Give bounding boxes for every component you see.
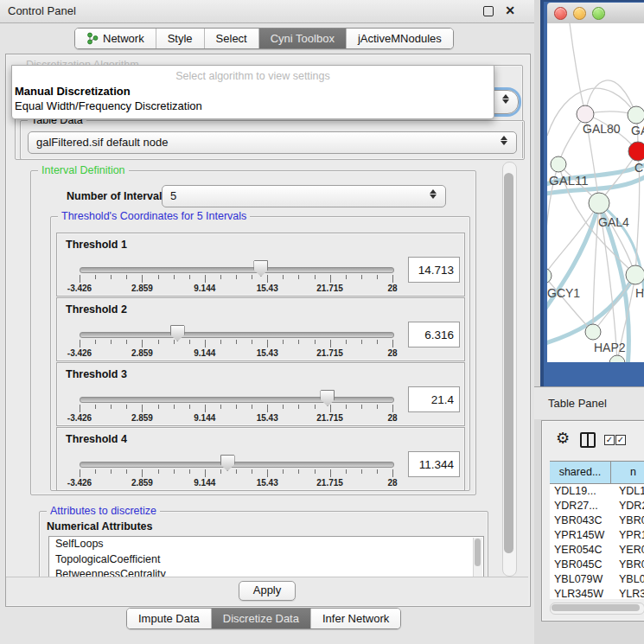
tab-jactivemnodules[interactable]: jActiveMNodules <box>346 29 453 48</box>
table-horizontal-scrollbar[interactable] <box>550 603 644 615</box>
slider-track[interactable] <box>80 332 394 338</box>
slider-scale-label: 28 <box>387 348 397 358</box>
cell-shared-name[interactable]: YDL19... <box>550 484 611 499</box>
node-attribute-table[interactable]: shared... n YDL19...YDL1YDR27...YDR2YBR0… <box>550 461 644 599</box>
split-column-icon[interactable] <box>580 432 596 448</box>
table-row[interactable]: YBR043CYBR0 <box>550 513 644 528</box>
attribute-item[interactable]: TopologicalCoefficient <box>49 552 483 568</box>
slider-scale-label: 9.144 <box>194 348 215 358</box>
cell-shared-name[interactable]: YER054C <box>550 543 611 558</box>
mac-zoom-button[interactable] <box>592 7 605 20</box>
apply-button[interactable]: Apply <box>239 581 296 601</box>
cell-name[interactable]: YPR1 <box>611 528 644 543</box>
network-node-gcy1[interactable] <box>547 268 552 284</box>
slider-track[interactable] <box>80 397 394 403</box>
numerical-attributes-list[interactable]: SelfLoopsTopologicalCoefficientBetweenne… <box>48 536 484 581</box>
cell-name[interactable]: YDR2 <box>611 499 644 513</box>
attribute-item[interactable]: SelfLoops <box>49 537 483 552</box>
mac-close-button[interactable] <box>554 7 567 20</box>
cell-shared-name[interactable]: YBR043C <box>550 513 611 528</box>
network-node-h[interactable] <box>626 265 644 284</box>
table-panel-titlebar: Table Panel <box>534 386 644 419</box>
tab-network[interactable]: Network <box>75 29 156 48</box>
combo-arrows-icon <box>499 136 509 145</box>
checkbox-icon[interactable]: ✓ <box>604 435 615 445</box>
cell-name[interactable]: YLR3 <box>611 587 644 599</box>
threshold-value-field[interactable] <box>408 451 460 477</box>
slider-tick <box>392 340 393 348</box>
column-header-shared[interactable]: shared... <box>550 462 611 483</box>
threshold-value-field[interactable] <box>408 386 460 412</box>
slider-thumb[interactable] <box>253 260 268 277</box>
cell-shared-name[interactable]: YBL079W <box>550 572 611 587</box>
threshold-value-field[interactable] <box>408 257 460 283</box>
cell-shared-name[interactable]: YBR045C <box>550 558 611 572</box>
slider-scale-label: 21.715 <box>316 348 343 358</box>
cell-name[interactable]: YBL0 <box>611 572 644 587</box>
content-vertical-scrollbar[interactable] <box>502 162 517 577</box>
cell-name[interactable]: YBR0 <box>611 513 644 528</box>
slider-tick <box>361 405 362 409</box>
table-row[interactable]: YPR145WYPR1 <box>550 528 644 543</box>
slider-track[interactable] <box>80 267 394 273</box>
slider-tick <box>142 405 143 412</box>
cell-shared-name[interactable]: YPR145W <box>550 528 611 543</box>
network-window-titlebar[interactable] <box>547 3 644 24</box>
table-row[interactable]: YDL19...YDL1 <box>550 484 644 499</box>
tab-style[interactable]: Style <box>156 29 204 48</box>
network-node-ga[interactable] <box>628 106 644 124</box>
network-node-c[interactable] <box>628 142 644 161</box>
threshold-value-field[interactable] <box>408 322 460 348</box>
dropdown-option-equal-width-frequency-discretization[interactable]: Equal Width/Frequency Discretization <box>15 99 202 112</box>
checkbox-icon[interactable]: ✓ <box>615 435 626 445</box>
network-node[interactable] <box>609 355 625 362</box>
slider-thumb[interactable] <box>320 390 335 406</box>
apply-bar: Apply <box>6 577 528 605</box>
table-row[interactable]: YBL079WYBL0 <box>550 572 644 587</box>
mac-minimize-button[interactable] <box>573 7 586 20</box>
slider-tick <box>392 405 393 412</box>
slider-tick <box>111 340 112 344</box>
cell-name[interactable]: YDL1 <box>611 484 644 499</box>
tab-discretize-data[interactable]: Discretize Data <box>211 609 310 628</box>
column-header-name[interactable]: n <box>611 462 644 483</box>
network-node-hap2[interactable] <box>585 324 601 340</box>
cell-name[interactable]: YER0 <box>611 543 644 558</box>
tab-cyni-toolbox[interactable]: Cyni Toolbox <box>258 29 346 48</box>
slider-tick <box>189 340 190 344</box>
network-canvas[interactable]: GAL80GACGAL11GAL4GCY1HHAP2 <box>547 23 644 362</box>
cell-shared-name[interactable]: YDR27... <box>550 499 611 513</box>
slider-thumb[interactable] <box>220 455 235 471</box>
network-view-window[interactable]: GAL80GACGAL11GAL4GCY1HHAP2 <box>540 0 644 386</box>
gear-icon[interactable]: ⚙ <box>556 429 570 448</box>
tab-infer-network[interactable]: Infer Network <box>310 609 400 628</box>
tab-select[interactable]: Select <box>204 29 258 48</box>
attributes-list-scrollbar[interactable] <box>473 538 482 579</box>
network-node-gal4[interactable] <box>589 193 609 214</box>
slider-thumb[interactable] <box>170 325 185 341</box>
dropdown-option-manual-discretization[interactable]: Manual Discretization <box>15 85 131 98</box>
cell-shared-name[interactable]: YLR345W <box>550 587 611 599</box>
node-label-gal11: GAL11 <box>549 173 589 188</box>
tab-impute-data[interactable]: Impute Data <box>127 609 211 628</box>
table-row[interactable]: YLR345WYLR3 <box>550 587 644 599</box>
slider-tick <box>236 469 237 474</box>
table-data-combobox[interactable]: galFiltered.sif default node <box>28 131 517 154</box>
table-row[interactable]: YBR045CYBR0 <box>550 558 644 572</box>
screen: Control Panel ✕ NetworkStyleSelectCyni T… <box>0 0 644 644</box>
slider-track[interactable] <box>80 462 394 468</box>
number-of-intervals-combobox[interactable]: 5 <box>162 185 446 207</box>
window-close-icon[interactable]: ✕ <box>505 3 515 17</box>
network-node-gal11[interactable] <box>551 156 566 172</box>
table-row[interactable]: YER054CYER0 <box>550 543 644 558</box>
slider-tick <box>315 275 316 279</box>
slider-tick <box>361 469 362 474</box>
slider-tick <box>315 405 316 409</box>
table-row[interactable]: YDR27...YDR2 <box>550 499 644 513</box>
slider-tick <box>142 469 143 477</box>
slider-tick <box>158 275 159 279</box>
slider-tick <box>236 340 237 344</box>
cell-name[interactable]: YBR0 <box>611 558 644 572</box>
network-node-gal80[interactable] <box>577 105 594 123</box>
window-restore-icon[interactable] <box>483 6 494 16</box>
